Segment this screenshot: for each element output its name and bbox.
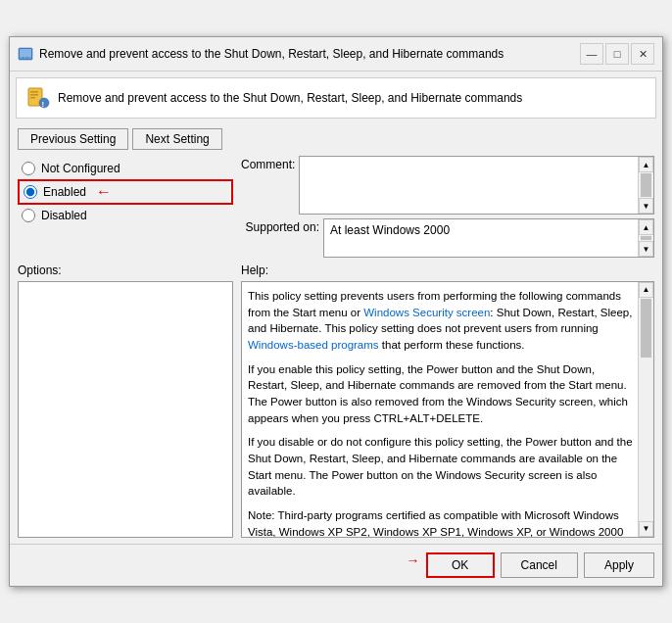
toolbar: Previous Setting Next Setting [10, 124, 662, 156]
windows-based-link[interactable]: Windows-based programs [248, 339, 379, 351]
sup-scroll-up[interactable]: ▲ [639, 219, 653, 235]
cancel-button[interactable]: Cancel [501, 552, 578, 578]
svg-rect-1 [20, 49, 31, 57]
prev-setting-button[interactable]: Previous Setting [18, 128, 128, 150]
title-bar: Remove and prevent access to the Shut Do… [10, 37, 662, 72]
radio-group: Not Configured Enabled ← Disabled [18, 156, 233, 228]
help-scroll-up[interactable]: ▲ [639, 282, 653, 298]
svg-rect-2 [20, 57, 23, 59]
title-text: Remove and prevent access to the Shut Do… [39, 47, 574, 61]
help-label: Help: [241, 264, 654, 277]
right-panel: Comment: ▲ ▼ Supported on: At least Wind… [241, 156, 654, 264]
ok-button[interactable]: OK [426, 552, 495, 578]
help-box: This policy setting prevents users from … [241, 281, 654, 538]
svg-rect-7 [30, 94, 38, 96]
dialog-icon [18, 46, 33, 62]
svg-rect-8 [30, 97, 35, 99]
enabled-radio[interactable] [24, 185, 37, 199]
svg-text:!: ! [42, 100, 45, 109]
header-banner: ! Remove and prevent access to the Shut … [16, 77, 656, 119]
options-panel: Options: [18, 264, 233, 538]
scroll-up-arrow[interactable]: ▲ [639, 157, 653, 172]
supported-label: Supported on: [241, 218, 319, 234]
not-configured-option[interactable]: Not Configured [18, 160, 233, 177]
supported-scrollbar[interactable]: ▲ ▼ [638, 219, 653, 257]
help-scroll-down[interactable]: ▼ [639, 521, 653, 537]
scroll-down-arrow[interactable]: ▼ [639, 198, 653, 214]
supported-box: At least Windows 2000 ▲ ▼ [323, 218, 654, 258]
footer: → OK Cancel Apply [10, 544, 662, 586]
apply-button[interactable]: Apply [584, 552, 654, 578]
disabled-radio[interactable] [22, 209, 35, 222]
ok-arrow-indicator: → [407, 552, 420, 578]
next-setting-button[interactable]: Next Setting [132, 128, 221, 150]
enabled-arrow: ← [96, 183, 112, 201]
options-label: Options: [18, 264, 233, 277]
help-p2: If you enable this policy setting, the P… [248, 361, 634, 427]
options-box[interactable] [18, 281, 233, 538]
supported-value: At least Windows 2000 [330, 223, 450, 237]
comment-box[interactable]: ▲ ▼ [299, 156, 654, 215]
minimize-button[interactable]: — [580, 43, 603, 65]
header-text: Remove and prevent access to the Shut Do… [58, 91, 522, 105]
svg-rect-3 [24, 57, 26, 59]
help-scroll-track [639, 359, 653, 521]
enabled-label: Enabled [43, 185, 86, 199]
sup-scroll-thumb [641, 236, 651, 240]
main-dialog: Remove and prevent access to the Shut Do… [9, 36, 663, 587]
help-panel: Help: This policy setting prevents users… [241, 264, 654, 538]
disabled-option[interactable]: Disabled [18, 207, 233, 224]
enabled-option[interactable]: Enabled ← [18, 179, 233, 205]
title-controls: — □ ✕ [580, 43, 654, 65]
disabled-label: Disabled [41, 209, 87, 222]
help-p3: If you disable or do not configure this … [248, 434, 634, 500]
help-p1: This policy setting prevents users from … [248, 288, 634, 354]
comment-scrollbar[interactable]: ▲ ▼ [638, 157, 653, 214]
sup-scroll-down[interactable]: ▼ [639, 241, 653, 257]
content-area: Not Configured Enabled ← Disabled Commen… [10, 156, 662, 264]
not-configured-radio[interactable] [22, 162, 35, 175]
help-scroll-thumb [641, 299, 651, 358]
left-panel: Not Configured Enabled ← Disabled [18, 156, 233, 264]
not-configured-label: Not Configured [41, 162, 120, 175]
policy-icon: ! [26, 86, 50, 110]
windows-security-link[interactable]: Windows Security screen [363, 307, 490, 318]
comment-label: Comment: [241, 156, 295, 215]
help-scrollbar[interactable]: ▲ ▼ [638, 282, 653, 537]
svg-rect-4 [27, 57, 31, 59]
close-button[interactable]: ✕ [631, 43, 654, 65]
scroll-thumb [641, 173, 651, 197]
maximize-button[interactable]: □ [605, 43, 629, 65]
svg-rect-6 [30, 91, 38, 93]
help-p4: Note: Third-party programs certified as … [248, 507, 634, 538]
comment-section: Comment: ▲ ▼ [241, 156, 654, 215]
bottom-section: Options: Help: This policy setting preve… [10, 264, 662, 538]
supported-section: Supported on: At least Windows 2000 ▲ ▼ [241, 218, 654, 258]
